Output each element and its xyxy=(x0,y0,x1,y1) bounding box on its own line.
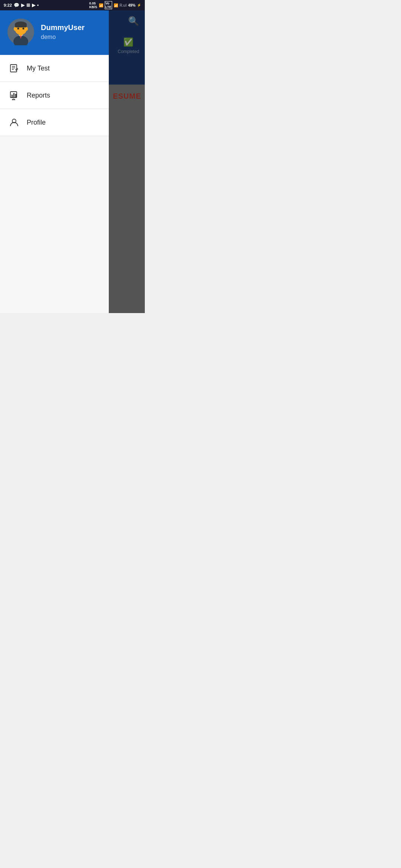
battery-bolt-icon: ⚡ xyxy=(137,3,141,7)
clock: 9:22 xyxy=(4,3,12,7)
user-icon xyxy=(9,117,19,128)
chart-icon xyxy=(9,90,19,101)
sidebar-item-reports[interactable]: Reports xyxy=(0,82,109,109)
signal2-icon: R.ul xyxy=(120,3,127,7)
svg-point-7 xyxy=(23,27,25,29)
edit-icon xyxy=(9,63,19,73)
my-test-label: My Test xyxy=(27,65,50,72)
volte-icon: VoLTE xyxy=(105,1,112,9)
svg-rect-19 xyxy=(13,93,14,97)
svg-point-4 xyxy=(14,27,16,31)
grid-icon: ⊞ xyxy=(26,3,30,8)
battery-level: 49% xyxy=(128,3,136,7)
svg-rect-12 xyxy=(10,65,17,72)
svg-rect-3 xyxy=(15,24,27,27)
sidebar-item-profile[interactable]: Profile xyxy=(0,109,109,136)
user-name: DummyUser xyxy=(41,23,85,32)
svg-rect-20 xyxy=(15,94,16,97)
avatar xyxy=(7,19,34,45)
profile-label: Profile xyxy=(27,119,46,126)
user-role: demo xyxy=(41,34,85,40)
whatsapp-icon: 💬 xyxy=(14,3,19,8)
dot-icon: • xyxy=(37,3,39,8)
status-left: 9:22 💬 ▶ ⊞ ▶ • xyxy=(4,3,39,8)
drawer-overlay[interactable] xyxy=(109,10,145,313)
navigation-drawer: DummyUser demo My Test xyxy=(0,10,109,313)
svg-rect-11 xyxy=(19,33,22,36)
svg-point-5 xyxy=(26,27,28,31)
svg-rect-18 xyxy=(12,95,13,97)
status-right: 0.05KB/S 📶 VoLTE 📶 R.ul 49% ⚡ xyxy=(89,1,141,9)
youtube-icon: ▶ xyxy=(32,3,35,8)
sidebar-item-my-test[interactable]: My Test xyxy=(0,55,109,82)
wifi-icon: 📶 xyxy=(99,3,103,7)
signal-icon: 📶 xyxy=(114,3,118,7)
data-speed: 0.05KB/S xyxy=(89,1,97,9)
reports-label: Reports xyxy=(27,92,50,99)
drawer-menu: My Test Reports xyxy=(0,55,109,313)
app-container: 🔍 ✅ Completed ESUME xyxy=(0,10,145,313)
svg-point-6 xyxy=(17,27,19,29)
status-bar: 9:22 💬 ▶ ⊞ ▶ • 0.05KB/S 📶 VoLTE 📶 R.ul 4… xyxy=(0,0,145,10)
user-info: DummyUser demo xyxy=(41,23,85,40)
play-icon: ▶ xyxy=(21,3,25,8)
drawer-header: DummyUser demo xyxy=(0,10,109,55)
